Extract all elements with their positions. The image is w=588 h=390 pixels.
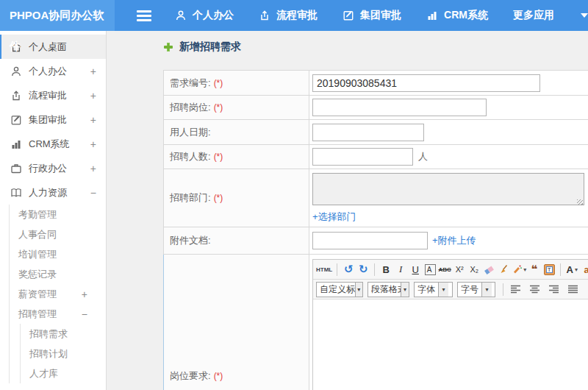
sidebar-item-recruit-request[interactable]: 招聘需求 (21, 324, 106, 344)
source-code-button[interactable]: HTML (316, 262, 332, 277)
sidebar-item-hr-contract[interactable]: 人事合同 (10, 224, 106, 244)
rich-text-editor: HTML ↺ ↻ B I U A ABC X² X₂ (312, 259, 588, 390)
font-color-button[interactable]: A ▾ (565, 262, 578, 277)
required-mark: (*) (214, 102, 223, 113)
format-brush-icon[interactable] (497, 262, 510, 277)
sidebar-item-label: 奖惩记录 (18, 268, 57, 281)
more-apps-dropdown[interactable] (579, 13, 588, 18)
position-input[interactable] (312, 99, 487, 116)
expand-icon[interactable]: + (90, 138, 96, 150)
form-row-attachment: 附件文档: +附件上传 (164, 227, 588, 255)
strikethrough-button[interactable]: ABC (438, 262, 451, 277)
background-color-button[interactable]: a (580, 262, 588, 277)
sidebar-item-salary[interactable]: 薪资管理 + (10, 284, 106, 304)
nav-label: 个人办公 (193, 9, 234, 22)
add-icon (163, 42, 173, 52)
expand-icon[interactable]: + (90, 65, 96, 77)
sidebar-item-personal-office[interactable]: 个人办公 + (0, 59, 106, 83)
sidebar-item-recruit-plan[interactable]: 招聘计划 (21, 344, 106, 364)
blockquote-button[interactable]: ❝ (528, 262, 541, 277)
sidebar-item-process-approval[interactable]: 流程审批 + (0, 83, 106, 107)
sidebar-item-crm-system[interactable]: CRM系统 + (0, 132, 106, 156)
font-color-label: A (567, 264, 573, 275)
sidebar-item-group-approval[interactable]: 集团审批 + (0, 107, 106, 132)
nav-group-approval[interactable]: 集团审批 (343, 9, 401, 22)
caret-down-icon: ▾ (575, 266, 578, 273)
sidebar-item-rewards[interactable]: 奖惩记录 (10, 264, 106, 284)
select-value: 字号 (458, 283, 481, 296)
expand-icon[interactable]: + (90, 163, 96, 174)
font-size-select[interactable]: 字号 ▾ (457, 282, 495, 297)
align-center-icon[interactable] (527, 283, 542, 296)
italic-button[interactable]: I (394, 262, 407, 277)
required-mark: (*) (214, 371, 223, 381)
eraser-icon[interactable] (482, 262, 495, 277)
nav-label: CRM系统 (444, 9, 488, 22)
sidebar-item-label: 行政办公 (29, 162, 67, 175)
sidebar-item-label: 流程审批 (29, 89, 67, 102)
collapse-icon[interactable]: − (90, 187, 96, 199)
font-family-select[interactable]: 字体 ▾ (414, 282, 453, 297)
font-border-button[interactable]: A (425, 264, 436, 275)
sidebar-item-label: 个人办公 (29, 65, 67, 78)
sidebar-item-talent-pool[interactable]: 人才库 (21, 364, 106, 383)
editor-toolbar-row2: 自定义标题 ▾ 段落格式 ▾ 字体 ▾ 字号 ▾ (313, 280, 588, 299)
field-label: 附件文档: (164, 227, 309, 254)
toolbar-separator (374, 263, 375, 276)
sidebar-item-label: 薪资管理 (18, 288, 57, 301)
required-mark: (*) (214, 78, 223, 88)
sidebar-item-human-resources[interactable]: 人力资源 − (0, 180, 106, 205)
sidebar-item-recruitment[interactable]: 招聘管理 − (10, 304, 106, 324)
field-label: 需求编号: (*) (164, 71, 309, 95)
expand-icon[interactable]: + (90, 114, 96, 126)
paste-icon[interactable]: T (542, 262, 556, 277)
headcount-input[interactable] (312, 148, 413, 166)
expand-icon[interactable]: + (82, 288, 87, 300)
sidebar-item-attendance[interactable]: 考勤管理 (10, 205, 106, 224)
custom-title-select[interactable]: 自定义标题 ▾ (316, 282, 363, 297)
recruit-request-form: 需求编号: (*) 招聘岗位: (*) 用人日期: 招聘人数: (*) 人 (163, 70, 588, 390)
sidebar-item-label: 人事合同 (18, 228, 57, 241)
sidebar-item-label: 个人桌面 (29, 40, 67, 54)
attachment-upload-link[interactable]: +附件上传 (432, 234, 476, 247)
redo-icon[interactable]: ↻ (356, 262, 370, 277)
paragraph-format-select[interactable]: 段落格式 ▾ (368, 282, 409, 297)
form-row-request-code: 需求编号: (*) (164, 71, 588, 96)
caret-down-icon (581, 13, 588, 18)
align-left-icon[interactable] (508, 283, 523, 296)
sidebar-item-admin-office[interactable]: 行政办公 + (0, 156, 106, 180)
nav-more-apps[interactable]: 更多应用 (513, 9, 554, 22)
editor-content-area[interactable] (313, 299, 588, 390)
collapse-icon[interactable]: − (82, 308, 87, 320)
attachment-input[interactable] (312, 232, 428, 249)
align-right-icon[interactable] (546, 283, 561, 296)
label-text: 需求编号: (170, 77, 211, 90)
undo-icon[interactable]: ↺ (342, 262, 355, 277)
menu-toggle-icon[interactable] (137, 10, 151, 21)
background-color-label: a (584, 264, 588, 275)
align-justify-icon[interactable] (565, 283, 580, 296)
subscript-button[interactable]: X₂ (467, 262, 481, 277)
select-value: 自定义标题 (317, 283, 355, 296)
nav-personal-office[interactable]: 个人办公 (175, 9, 234, 22)
request-code-input[interactable] (312, 74, 540, 92)
superscript-button[interactable]: X² (453, 262, 466, 277)
nav-crm-system[interactable]: CRM系统 (426, 9, 488, 22)
label-text: 招聘人数: (170, 150, 211, 163)
sidebar-item-label: 培训管理 (18, 248, 57, 261)
field-cell (309, 71, 588, 95)
nav-label: 流程审批 (276, 9, 318, 22)
hire-date-input[interactable] (312, 124, 424, 141)
sidebar-item-label: 人才库 (29, 367, 58, 380)
bold-button[interactable]: B (379, 262, 392, 277)
highlight-pen-icon[interactable]: ▾ (512, 262, 526, 277)
underline-button[interactable]: U (409, 262, 422, 277)
select-department-link[interactable]: +选择部门 (312, 210, 356, 224)
required-mark: (*) (214, 152, 223, 162)
department-textarea[interactable] (312, 173, 584, 205)
form-row-headcount: 招聘人数: (*) 人 (164, 145, 588, 169)
sidebar-item-training[interactable]: 培训管理 (10, 244, 106, 264)
nav-process-approval[interactable]: 流程审批 (259, 9, 318, 22)
toolbar-separator (337, 263, 337, 276)
expand-icon[interactable]: + (90, 90, 96, 102)
